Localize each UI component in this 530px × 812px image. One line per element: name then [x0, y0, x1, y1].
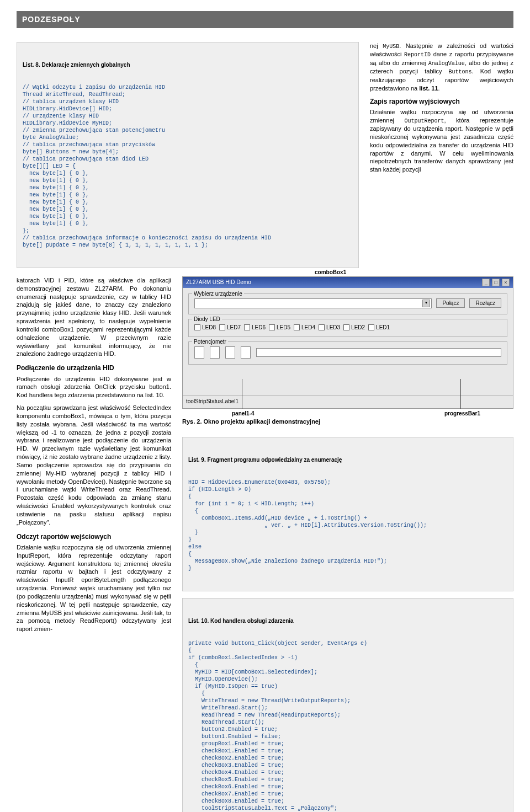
combobox1[interactable]: ▾: [194, 298, 432, 308]
panel3: [225, 346, 235, 359]
left-p1: katorach VID i PID, które są właściwe dl…: [17, 276, 171, 358]
left-sub1: Podłączenie do urządzenia HID: [17, 364, 171, 372]
led5-checkbox[interactable]: LED5: [269, 324, 290, 332]
listing-9-title: List. 9. Fragment programu odpowiedzialn…: [188, 456, 507, 463]
panel1: [194, 346, 204, 359]
disconnect-button[interactable]: Rozłącz: [469, 298, 501, 308]
side-p2: Działanie wątku rozpoczyna się od utworz…: [370, 108, 513, 174]
status-bar: toolStripStatusLabel1: [183, 396, 513, 407]
window-controls: _ □ ×: [481, 279, 510, 286]
callout-combobox: comboBox1: [315, 269, 346, 276]
listing-8: List. 8. Deklaracje zmiennych globalnych…: [17, 42, 359, 268]
top-section: List. 8. Deklaracje zmiennych globalnych…: [17, 42, 513, 268]
led1-checkbox[interactable]: LED1: [368, 324, 390, 332]
led7-checkbox[interactable]: LED7: [219, 324, 241, 332]
callout-progress: progressBar1: [444, 410, 480, 418]
listing-8-code: // Wątki odczytu i zapisu do urządzenia …: [23, 84, 353, 249]
group-device-legend: Wybierz urządzenie: [192, 290, 244, 298]
section-header: PODZESPOŁY: [17, 11, 513, 28]
led8-checkbox[interactable]: LED8: [194, 324, 216, 332]
group-pot-legend: Potencjometr: [192, 338, 228, 346]
side-subhead: Zapis raportów wyjściowych: [370, 97, 513, 106]
side-column: nej MyUSB. Następnie w zależności od war…: [370, 42, 513, 268]
listing-9: List. 9. Fragment programu odpowiedzialn…: [182, 437, 513, 591]
right-column: comboBox1 ZL27ARM USB HID Demo _ □ × Wyb…: [182, 276, 513, 812]
side-p1: nej MyUSB. Następnie w zależności od war…: [370, 42, 513, 93]
listing-9-code: HID = HidDevices.Enumerate(0x0483, 0x575…: [188, 479, 507, 572]
left-sub2: Odczyt raportów wejściowych: [17, 532, 171, 541]
listing-10: List. 10. Kod handlera obsługi zdarzenia…: [182, 598, 513, 812]
fig2-caption: Rys. 2. Okno projektu aplikacji demonstr…: [182, 418, 513, 426]
app-window: ZL27ARM USB HID Demo _ □ × Wybierz urząd…: [182, 276, 513, 409]
app-titlebar: ZL27ARM USB HID Demo _ □ ×: [183, 277, 513, 288]
group-leds-legend: Diody LED: [192, 316, 222, 323]
led-row: LED8 LED7 LED6 LED5 LED4 LED3 LED2 LED1: [194, 324, 501, 332]
callout-panel: panel1-4: [232, 410, 255, 418]
main-columns: katorach VID i PID, które są właściwe dl…: [17, 276, 513, 812]
callout-line-prog: [460, 379, 461, 409]
close-icon[interactable]: ×: [502, 279, 510, 286]
listing-10-code: private void button1_Click(object sender…: [188, 640, 507, 812]
left-column: katorach VID i PID, które są właściwe dl…: [17, 276, 171, 812]
listing-10-title: List. 10. Kod handlera obsługi zdarzenia: [188, 617, 507, 624]
led2-checkbox[interactable]: LED2: [343, 324, 365, 332]
group-pot: Potencjometr: [188, 341, 507, 365]
progressbar1: [256, 348, 501, 357]
group-leds: Diody LED LED8 LED7 LED6 LED5 LED4 LED3 …: [188, 319, 507, 338]
chevron-down-icon[interactable]: ▾: [422, 300, 430, 307]
listing-8-title: List. 8. Deklaracje zmiennych globalnych: [23, 61, 353, 68]
left-p3: Na początku sprawdzana jest właściwość S…: [17, 404, 171, 527]
led6-checkbox[interactable]: LED6: [244, 324, 266, 332]
panel4: [241, 346, 251, 359]
app-body: Wybierz urządzenie ▾ Połącz Rozłącz Diod…: [183, 288, 513, 407]
left-p2: Podłączenie do urządzenia HID dokonywane…: [17, 375, 171, 400]
maximize-icon[interactable]: □: [492, 279, 500, 286]
panel2: [210, 346, 220, 359]
callout-line-panel: [242, 379, 242, 409]
connect-button[interactable]: Połącz: [436, 298, 465, 308]
group-device: Wybierz urządzenie ▾ Połącz Rozłącz: [188, 293, 507, 314]
led4-checkbox[interactable]: LED4: [294, 324, 315, 332]
app-title: ZL27ARM USB HID Demo: [186, 279, 251, 286]
left-p4: Działanie wątku rozpoczyna się od utworz…: [17, 543, 171, 633]
led3-checkbox[interactable]: LED3: [319, 324, 340, 332]
minimize-icon[interactable]: _: [482, 279, 490, 286]
